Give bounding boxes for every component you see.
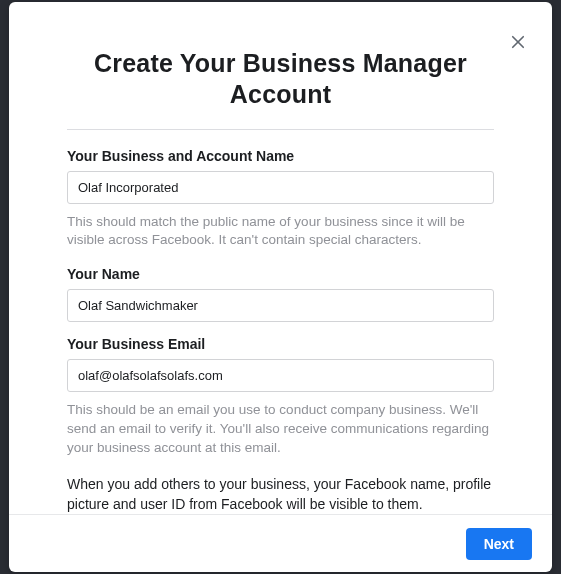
business-email-input[interactable]: [67, 359, 494, 392]
your-name-label: Your Name: [67, 266, 494, 282]
next-button[interactable]: Next: [466, 528, 532, 560]
business-name-field: Your Business and Account Name This shou…: [67, 148, 494, 251]
your-name-input[interactable]: [67, 289, 494, 322]
modal-title: Create Your Business Manager Account: [67, 48, 494, 111]
business-name-help: This should match the public name of you…: [67, 213, 494, 251]
modal-body: Create Your Business Manager Account You…: [9, 2, 552, 514]
close-icon[interactable]: [506, 30, 530, 54]
create-business-manager-modal: Create Your Business Manager Account You…: [9, 2, 552, 572]
business-name-input[interactable]: [67, 171, 494, 204]
visibility-note: When you add others to your business, yo…: [67, 474, 494, 515]
business-email-field: Your Business Email This should be an em…: [67, 336, 494, 458]
business-email-help: This should be an email you use to condu…: [67, 401, 494, 458]
business-email-label: Your Business Email: [67, 336, 494, 352]
modal-footer: Next: [9, 514, 552, 572]
your-name-field: Your Name: [67, 266, 494, 322]
divider: [67, 129, 494, 130]
business-name-label: Your Business and Account Name: [67, 148, 494, 164]
